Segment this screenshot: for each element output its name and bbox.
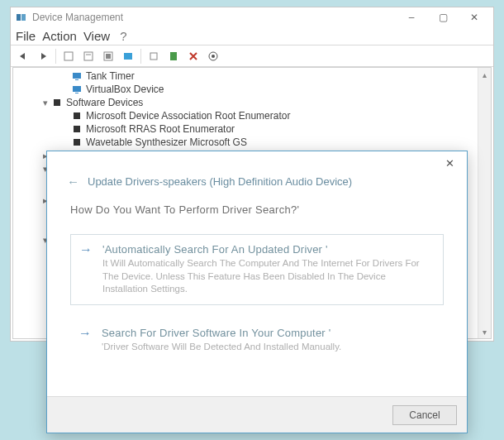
option-auto-search[interactable]: → 'Automatically Search For An Updated D… <box>70 234 444 305</box>
tree-item-label: Microsoft RRAS Root Enumerator <box>86 122 235 136</box>
chip-icon <box>51 97 63 108</box>
titlebar: Device Management – ▢ ✕ <box>11 7 493 27</box>
svg-rect-0 <box>17 14 21 21</box>
svg-rect-1 <box>21 14 26 21</box>
svg-rect-6 <box>106 54 111 59</box>
dialog-prompt: How Do You Want To Perform Driver Search… <box>70 203 444 216</box>
forward-button[interactable] <box>34 47 52 65</box>
cancel-button[interactable]: Cancel <box>392 405 457 425</box>
option-browse-desc: 'Driver Software Will Be Detected And In… <box>102 341 341 354</box>
back-button[interactable] <box>14 47 32 65</box>
update-driver-dialog: ✕ ← Update Drivers-speakers (High Defini… <box>46 151 468 433</box>
svg-rect-16 <box>54 99 60 106</box>
chip-icon <box>71 123 83 135</box>
tree-item[interactable]: Microsoft Device Association Root Enumer… <box>13 109 491 122</box>
vertical-scrollbar[interactable]: ▴ ▾ <box>478 68 491 338</box>
monitor-icon <box>71 84 83 95</box>
svg-rect-19 <box>74 139 80 146</box>
close-button[interactable]: ✕ <box>459 8 490 26</box>
scroll-up-button[interactable]: ▴ <box>478 68 491 81</box>
minimize-button[interactable]: – <box>396 8 427 26</box>
tree-item[interactable]: VirtualBox Device <box>13 83 491 96</box>
toolbar-btn-7[interactable] <box>184 47 202 65</box>
svg-rect-15 <box>75 93 78 93</box>
chip-icon <box>71 136 83 148</box>
tree-item[interactable]: Wavetable Synthesizer Microsoft GS <box>13 136 491 149</box>
svg-rect-2 <box>64 52 73 60</box>
app-icon <box>16 12 27 23</box>
svg-rect-9 <box>170 52 177 60</box>
window-title: Device Management <box>32 12 396 23</box>
toolbar-btn-8[interactable] <box>204 47 222 65</box>
svg-rect-7 <box>124 53 132 60</box>
arrow-right-icon: → <box>79 243 93 296</box>
tree-item[interactable]: Tank Timer <box>13 69 491 83</box>
tree-item-label: VirtualBox Device <box>86 83 164 96</box>
tree-item-label: Wavetable Synthesizer Microsoft GS <box>86 136 247 149</box>
option-auto-title: 'Automatically Search For An Updated Dri… <box>102 243 433 256</box>
toolbar-btn-4[interactable] <box>119 47 137 65</box>
svg-rect-8 <box>150 53 157 60</box>
toolbar <box>11 45 493 67</box>
menu-action[interactable]: Action <box>42 29 77 43</box>
svg-rect-17 <box>74 112 80 119</box>
dialog-close-button[interactable]: ✕ <box>437 153 462 173</box>
option-browse-computer[interactable]: → Search For Driver Software In Your Com… <box>70 318 444 362</box>
svg-rect-12 <box>73 73 81 79</box>
arrow-right-icon: → <box>78 327 92 354</box>
tree-item-label: Software Devices <box>66 96 143 109</box>
menu-help[interactable]: ? <box>120 29 126 43</box>
svg-rect-18 <box>74 126 80 132</box>
svg-rect-13 <box>75 79 78 80</box>
menu-view[interactable]: View <box>83 29 110 43</box>
tree-item[interactable]: ▾Software Devices <box>13 96 491 109</box>
svg-point-11 <box>212 55 215 58</box>
tree-item[interactable]: Microsoft RRAS Root Enumerator <box>13 122 491 136</box>
option-browse-title: Search For Driver Software In Your Compu… <box>102 327 341 339</box>
svg-rect-3 <box>84 52 93 60</box>
dialog-title: Update Drivers-speakers (High Definition… <box>88 175 352 188</box>
toolbar-btn-5[interactable] <box>145 47 163 65</box>
toolbar-btn-6[interactable] <box>164 47 183 65</box>
scroll-down-button[interactable]: ▾ <box>478 325 491 338</box>
svg-rect-14 <box>73 86 81 92</box>
toolbar-btn-2[interactable] <box>79 47 97 65</box>
back-arrow-icon[interactable]: ← <box>67 175 79 189</box>
toolbar-btn-3[interactable] <box>99 47 117 65</box>
monitor-icon <box>71 70 83 82</box>
tree-item-label: Microsoft Device Association Root Enumer… <box>86 109 290 122</box>
option-auto-desc: It Will Automatically Search The Compute… <box>102 257 433 296</box>
expand-toggle[interactable]: ▾ <box>40 96 51 109</box>
toolbar-btn-1[interactable] <box>59 47 78 65</box>
menubar: File Action View ? <box>11 27 493 45</box>
chip-icon <box>71 110 83 122</box>
menu-file[interactable]: File <box>16 29 36 43</box>
tree-item-label: Tank Timer <box>86 69 135 83</box>
maximize-button[interactable]: ▢ <box>427 8 459 26</box>
